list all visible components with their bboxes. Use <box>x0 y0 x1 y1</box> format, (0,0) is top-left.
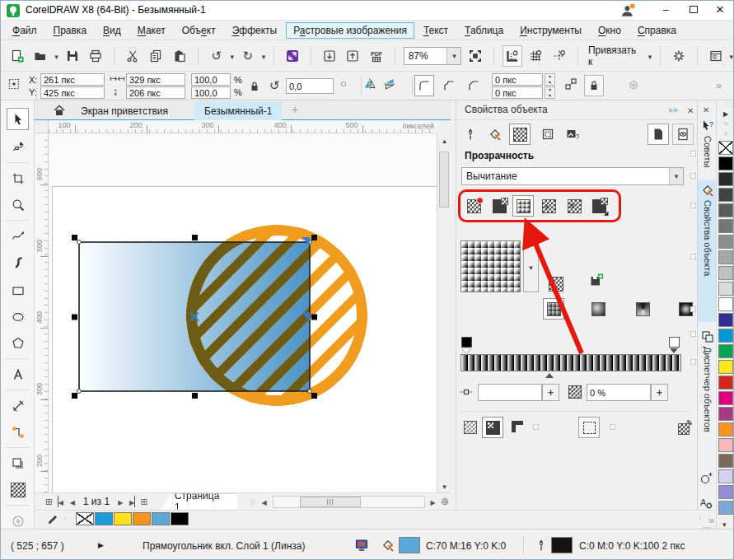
palette-swatch-8[interactable] <box>718 266 733 280</box>
scroll-left-icon[interactable] <box>259 496 270 507</box>
gradient-stop-end[interactable] <box>669 337 680 348</box>
freeze-checkbox[interactable] <box>610 424 615 430</box>
document-palette-swatch-1[interactable] <box>95 512 113 525</box>
connector-tool[interactable] <box>7 421 29 443</box>
palette-swatch-12[interactable] <box>718 329 733 343</box>
palette-swatch-19[interactable] <box>718 438 733 452</box>
open-dropdown-icon[interactable] <box>54 50 58 62</box>
shape-tool[interactable] <box>7 136 29 158</box>
palette-flyout-icon[interactable]: ▶ <box>723 110 728 118</box>
palette-swatch-13[interactable] <box>718 344 733 358</box>
save-icon[interactable] <box>63 45 82 67</box>
node-position-field[interactable] <box>478 384 542 401</box>
transparency-picker-preview[interactable] <box>461 240 521 292</box>
palette-swatch-5[interactable] <box>718 219 733 233</box>
dock-tab-1[interactable]: Свойства объекта <box>698 180 717 322</box>
options-gear-icon[interactable] <box>669 45 689 67</box>
tab-document[interactable]: Безымянный-1 <box>194 102 282 120</box>
rotation-angle-field[interactable]: 0,0 <box>286 78 334 94</box>
relative-corner-scaling-icon[interactable] <box>564 77 577 91</box>
round-corner-button[interactable] <box>414 75 434 96</box>
tab-welcome-screen[interactable]: Экран приветствия <box>71 102 178 120</box>
palette-swatch-1[interactable] <box>718 156 733 170</box>
crop-tool[interactable] <box>7 167 29 189</box>
redo-dropdown-icon[interactable] <box>262 50 266 62</box>
vertical-ruler[interactable]: 600500400300200 <box>35 133 49 492</box>
palette-swatch-22[interactable] <box>718 485 733 499</box>
conical-fountain-button[interactable] <box>632 298 653 320</box>
menu-item-4[interactable]: Объект <box>175 22 223 39</box>
node-opacity-field[interactable]: 0 % <box>587 384 651 401</box>
document-palette-eyedropper-icon[interactable] <box>46 513 59 526</box>
palette-swatch-23[interactable] <box>718 501 733 515</box>
horizontal-ruler[interactable]: пикселей 100200300400500 <box>49 120 437 133</box>
open-icon[interactable] <box>31 45 51 67</box>
zoom-dropdown-icon[interactable] <box>446 48 461 64</box>
transparency-picker-dropdown[interactable] <box>523 240 539 292</box>
uniform-transparency-button[interactable] <box>489 195 510 217</box>
palette-swatch-16[interactable] <box>718 391 733 405</box>
palette-swatch-7[interactable] <box>718 250 733 264</box>
scalloped-corner-button[interactable] <box>439 75 459 96</box>
copy-icon[interactable] <box>147 45 166 67</box>
apply-all-button[interactable] <box>460 417 481 438</box>
snap-to-label[interactable]: Привязать к <box>587 44 644 68</box>
docker-collapse-icon[interactable]: ▸▸ <box>669 104 679 115</box>
document-palette-swatch-3[interactable] <box>133 512 151 525</box>
outline-section-icon[interactable] <box>460 124 481 145</box>
first-page-icon[interactable] <box>54 496 66 507</box>
close-button[interactable]: ✕ <box>708 1 732 19</box>
fountain-transparency-button[interactable] <box>512 195 534 217</box>
paste-icon[interactable] <box>170 45 189 67</box>
corner-radius-top-spinner[interactable]: ▾▴ <box>545 73 555 86</box>
status-expand-icon[interactable]: ▶ <box>98 541 104 549</box>
polygon-tool[interactable] <box>7 332 29 354</box>
palette-swatch-21[interactable] <box>718 469 733 483</box>
scale-y-field[interactable]: 100,0 <box>191 86 231 99</box>
palette-swatch-18[interactable] <box>718 422 733 436</box>
publish-pdf-icon[interactable]: PDF <box>367 45 386 67</box>
horizontal-scroll-thumb[interactable] <box>300 497 361 507</box>
linear-fountain-button[interactable] <box>543 298 564 320</box>
transparency-section-icon[interactable] <box>509 124 531 145</box>
pick-tool[interactable] <box>7 108 29 130</box>
palette-grip[interactable]: ⋮⋮ <box>722 102 734 109</box>
palette-swatch-17[interactable] <box>718 407 733 421</box>
document-palette-overflow-icon[interactable] <box>708 514 714 526</box>
mirror-horizontal-icon[interactable] <box>363 77 376 91</box>
property-bar-overflow-icon[interactable] <box>716 79 722 91</box>
menu-item-3[interactable]: Макет <box>130 22 173 39</box>
new-document-icon[interactable] <box>7 45 27 67</box>
apply-outline-button[interactable] <box>507 417 529 438</box>
scroll-right-icon[interactable] <box>428 496 439 507</box>
ellipse-tool[interactable] <box>7 306 29 328</box>
gradient-midpoint-marker[interactable] <box>545 373 554 378</box>
apply-fill-button[interactable] <box>482 417 503 438</box>
transparency-swatch-icon[interactable] <box>549 277 563 292</box>
undo-icon[interactable] <box>207 45 227 67</box>
maximize-button[interactable] <box>681 1 706 19</box>
fullscreen-preview-icon[interactable] <box>465 45 485 67</box>
drop-shadow-tool[interactable] <box>7 452 29 474</box>
node-opacity-spin-icon[interactable] <box>651 384 668 401</box>
lock-ratio-icon[interactable] <box>248 80 261 93</box>
zoom-tool[interactable] <box>7 194 29 216</box>
document-palette-swatch-4[interactable] <box>152 512 170 525</box>
docker-close-icon[interactable] <box>687 105 694 116</box>
dimension-tool[interactable] <box>7 394 29 417</box>
user-account-icon[interactable] <box>620 3 635 18</box>
status-fill-swatch[interactable] <box>399 537 420 553</box>
document-palette-scroll-right-icon[interactable]: › <box>699 513 701 522</box>
scrollbar-grip[interactable]: ▒ <box>246 499 258 505</box>
palette-swatch-3[interactable] <box>718 188 733 202</box>
palette-swatch-15[interactable] <box>718 376 733 390</box>
previous-page-icon[interactable] <box>67 496 78 507</box>
scroll-mode-icon[interactable] <box>648 124 669 145</box>
corner-radius-top-field[interactable]: 0 пкс <box>492 73 543 86</box>
redo-icon[interactable] <box>238 45 258 67</box>
last-page-icon[interactable] <box>126 496 138 507</box>
y-position-field[interactable]: 425 пкс <box>40 86 105 99</box>
text-tool[interactable] <box>7 363 29 385</box>
palette-swatch-20[interactable] <box>718 454 733 468</box>
save-transparency-icon[interactable] <box>590 273 603 287</box>
